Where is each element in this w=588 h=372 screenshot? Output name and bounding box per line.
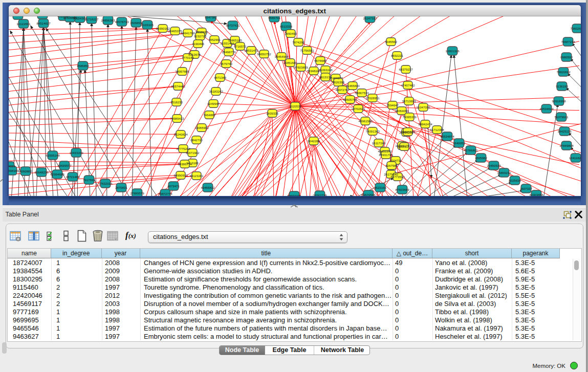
svg-text:38721489: 38721489 bbox=[66, 174, 80, 178]
svg-text:15869232: 15869232 bbox=[497, 170, 511, 174]
svg-text:4471349: 4471349 bbox=[214, 75, 226, 79]
svg-text:4873471: 4873471 bbox=[167, 184, 180, 187]
svg-text:2805982: 2805982 bbox=[475, 156, 487, 159]
svg-text:43455812: 43455812 bbox=[201, 185, 215, 189]
svg-text:62994680: 62994680 bbox=[50, 172, 64, 176]
svg-text:58842474: 58842474 bbox=[418, 122, 432, 125]
svg-text:1839335: 1839335 bbox=[266, 111, 278, 115]
svg-text:94531473: 94531473 bbox=[244, 48, 258, 52]
svg-text:7826398: 7826398 bbox=[332, 80, 344, 83]
svg-text:4060883: 4060883 bbox=[19, 169, 32, 172]
svg-text:12411824: 12411824 bbox=[569, 156, 581, 159]
svg-text:44064090: 44064090 bbox=[395, 108, 409, 112]
svg-text:7594647: 7594647 bbox=[386, 103, 399, 106]
svg-text:88937346: 88937346 bbox=[287, 193, 301, 196]
svg-text:6716572: 6716572 bbox=[234, 44, 246, 48]
svg-text:1640052: 1640052 bbox=[453, 141, 465, 144]
svg-text:27484677: 27484677 bbox=[329, 76, 343, 79]
svg-text:4190496: 4190496 bbox=[192, 41, 204, 45]
svg-text:3623166: 3623166 bbox=[374, 185, 386, 189]
svg-text:09670546: 09670546 bbox=[361, 192, 376, 196]
svg-text:64990913: 64990913 bbox=[173, 173, 188, 177]
svg-text:06562729: 06562729 bbox=[313, 193, 327, 196]
svg-text:85931746: 85931746 bbox=[379, 152, 393, 156]
svg-text:3990490: 3990490 bbox=[285, 31, 297, 35]
svg-text:18702621: 18702621 bbox=[351, 106, 365, 110]
svg-text:87603859: 87603859 bbox=[294, 65, 308, 69]
svg-text:99386774: 99386774 bbox=[178, 162, 192, 165]
svg-text:34957885: 34957885 bbox=[175, 69, 189, 73]
svg-text:19065940: 19065940 bbox=[194, 125, 209, 129]
svg-text:84514627: 84514627 bbox=[36, 21, 51, 25]
svg-text:2870831: 2870831 bbox=[115, 185, 127, 189]
svg-text:15451680: 15451680 bbox=[283, 60, 297, 64]
svg-text:31931491: 31931491 bbox=[220, 41, 234, 45]
svg-text:71093248: 71093248 bbox=[318, 68, 333, 71]
svg-text:0103105: 0103105 bbox=[141, 23, 154, 26]
svg-text:1020539: 1020539 bbox=[289, 104, 301, 107]
svg-text:99737631: 99737631 bbox=[226, 23, 240, 27]
svg-text:43534624: 43534624 bbox=[539, 106, 554, 110]
svg-text:8347382: 8347382 bbox=[205, 16, 217, 19]
svg-text:35454948: 35454948 bbox=[274, 54, 289, 58]
svg-text:8692221: 8692221 bbox=[391, 53, 403, 57]
svg-text:8267586: 8267586 bbox=[385, 163, 398, 167]
svg-text:65648236: 65648236 bbox=[34, 170, 49, 173]
svg-text:43303654: 43303654 bbox=[529, 192, 543, 196]
svg-text:61595148: 61595148 bbox=[46, 153, 60, 157]
svg-text:43699577: 43699577 bbox=[57, 163, 72, 167]
svg-text:39005329: 39005329 bbox=[401, 129, 415, 133]
svg-text:90916998: 90916998 bbox=[552, 99, 566, 102]
svg-text:16117240: 16117240 bbox=[372, 141, 386, 144]
svg-text:1509839: 1509839 bbox=[130, 20, 142, 24]
svg-text:35240824: 35240824 bbox=[173, 132, 188, 136]
svg-text:1607337: 1607337 bbox=[520, 186, 532, 190]
svg-text:49651370: 49651370 bbox=[378, 149, 392, 152]
svg-text:53773515: 53773515 bbox=[390, 174, 405, 178]
svg-text:34123281: 34123281 bbox=[189, 173, 204, 177]
svg-text:20450533: 20450533 bbox=[487, 163, 501, 167]
svg-text:42786801: 42786801 bbox=[464, 148, 478, 151]
svg-text:24896383: 24896383 bbox=[101, 18, 115, 21]
svg-text:46578713: 46578713 bbox=[115, 19, 129, 23]
svg-text:5310033: 5310033 bbox=[195, 30, 208, 33]
svg-text:45961586: 45961586 bbox=[358, 119, 373, 122]
svg-text:74687234: 74687234 bbox=[561, 39, 575, 43]
svg-text:55698169: 55698169 bbox=[9, 168, 19, 172]
svg-text:36713695: 36713695 bbox=[402, 99, 416, 102]
svg-text:64641708: 64641708 bbox=[181, 31, 195, 34]
svg-text:96965328: 96965328 bbox=[11, 16, 25, 17]
svg-text:0249947: 0249947 bbox=[207, 101, 220, 105]
svg-text:73602606: 73602606 bbox=[570, 26, 580, 30]
svg-text:85574443: 85574443 bbox=[171, 84, 185, 87]
svg-text:27889579: 27889579 bbox=[130, 191, 144, 194]
svg-text:86872774: 86872774 bbox=[158, 191, 172, 195]
svg-text:74989413: 74989413 bbox=[170, 116, 184, 120]
svg-text:6513338: 6513338 bbox=[280, 24, 292, 28]
svg-text:4294019: 4294019 bbox=[9, 164, 15, 167]
svg-text:7452991: 7452991 bbox=[208, 37, 221, 41]
svg-text:21465840: 21465840 bbox=[345, 83, 360, 87]
svg-text:7464887: 7464887 bbox=[203, 113, 215, 116]
svg-text:4586850: 4586850 bbox=[77, 63, 89, 67]
svg-text:6025634: 6025634 bbox=[509, 178, 521, 182]
svg-text:11671902: 11671902 bbox=[186, 150, 200, 154]
svg-text:6566701: 6566701 bbox=[268, 16, 280, 19]
svg-text:05865185: 05865185 bbox=[228, 38, 242, 41]
svg-text:67632016: 67632016 bbox=[98, 181, 113, 185]
svg-text:26247317: 26247317 bbox=[363, 16, 377, 20]
svg-text:0980500: 0980500 bbox=[560, 55, 573, 58]
svg-text:7770143: 7770143 bbox=[182, 55, 194, 59]
svg-text:38425135: 38425135 bbox=[557, 129, 572, 133]
svg-text:9232719: 9232719 bbox=[194, 34, 206, 37]
svg-text:10801326: 10801326 bbox=[445, 49, 460, 52]
svg-text:5045562: 5045562 bbox=[385, 39, 397, 43]
svg-text:9042284: 9042284 bbox=[308, 139, 320, 142]
svg-text:0842710: 0842710 bbox=[190, 138, 203, 141]
svg-text:5674680: 5674680 bbox=[314, 58, 326, 62]
svg-text:47775204: 47775204 bbox=[176, 146, 190, 150]
svg-text:74395339: 74395339 bbox=[402, 115, 417, 118]
svg-text:28498776: 28498776 bbox=[222, 50, 236, 53]
svg-text:51712368: 51712368 bbox=[430, 127, 444, 131]
svg-text:9136193: 9136193 bbox=[556, 84, 568, 87]
